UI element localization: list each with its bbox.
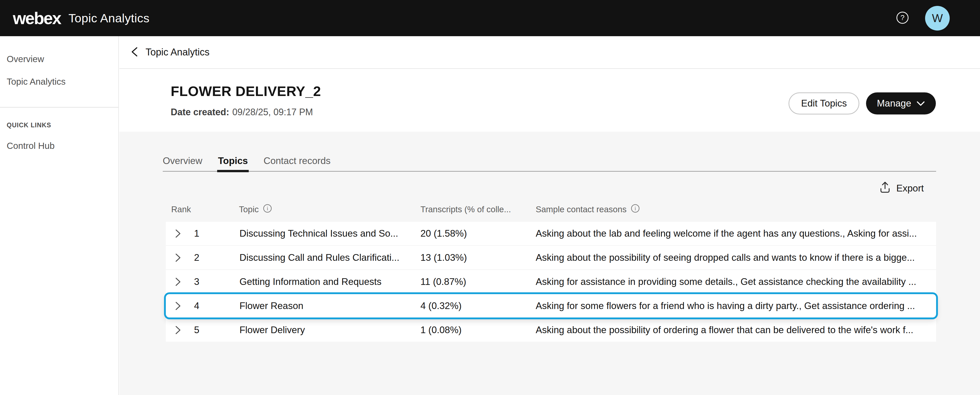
chevron-right-icon[interactable]: [174, 277, 194, 287]
upload-icon: [880, 181, 891, 196]
info-icon[interactable]: i: [263, 204, 272, 215]
rank-cell: 4: [194, 301, 239, 311]
svg-text:i: i: [635, 205, 636, 211]
page-title: FLOWER DELIVERY_2: [171, 83, 321, 99]
table-row-selected[interactable]: 4 Flower Reason 4 (0.32%) Asking for som…: [166, 294, 936, 317]
date-created-label: Date created:: [171, 107, 229, 117]
top-bar: webex Topic Analytics ? W: [0, 0, 980, 36]
sidebar: Overview Topic Analytics QUICK LINKS Con…: [0, 36, 119, 395]
sample-reasons-cell: Asking about the lab and feeling welcome…: [536, 228, 921, 239]
manage-button-label: Manage: [877, 98, 911, 109]
edit-topics-button[interactable]: Edit Topics: [789, 92, 859, 115]
transcripts-cell: 1 (0.08%): [420, 325, 536, 336]
column-header-transcripts-label: Transcripts (% of colle...: [420, 205, 511, 214]
topic-cell: Discussing Call and Rules Clarificati...: [239, 252, 420, 263]
topbar-actions: ? W: [896, 6, 950, 30]
chevron-left-icon: [130, 46, 139, 58]
topic-cell: Flower Reason: [239, 301, 420, 311]
column-header-topic-label: Topic: [239, 205, 259, 214]
sample-reasons-cell: Asking about the possibility of seeing d…: [536, 252, 921, 263]
breadcrumb[interactable]: Topic Analytics: [146, 47, 210, 58]
rank-cell: 1: [194, 228, 239, 239]
table-header: Rank Topic i Transcripts (% of colle... …: [166, 204, 936, 215]
column-header-transcripts: Transcripts (% of colle...: [420, 205, 536, 214]
transcripts-cell: 11 (0.87%): [420, 276, 536, 287]
topic-cell: Discussing Technical Issues and So...: [239, 228, 420, 239]
breadcrumb-bar: Topic Analytics: [119, 36, 980, 69]
transcripts-cell: 4 (0.32%): [420, 301, 536, 311]
sample-reasons-cell: Asking about the possibility of ordering…: [536, 325, 921, 336]
export-label: Export: [896, 183, 924, 194]
header-actions: Edit Topics Manage: [789, 92, 936, 115]
tab-bar: Overview Topics Contact records: [163, 156, 936, 172]
info-icon[interactable]: i: [631, 204, 640, 215]
tab-overview[interactable]: Overview: [163, 156, 202, 171]
sample-reasons-cell: Asking for some flowers for a friend who…: [536, 301, 921, 311]
sample-reasons-cell: Asking for assistance in providing some …: [536, 276, 921, 287]
column-header-sample-reasons: Sample contact reasons i: [536, 204, 936, 215]
topic-cell: Flower Delivery: [239, 325, 420, 336]
page-header: FLOWER DELIVERY_2 Date created:09/28/25,…: [119, 69, 980, 132]
rank-cell: 5: [194, 325, 239, 336]
help-icon: ?: [896, 11, 909, 25]
chevron-right-icon[interactable]: [174, 325, 194, 335]
sidebar-divider: [0, 107, 118, 108]
column-header-rank-label: Rank: [171, 205, 191, 214]
back-button[interactable]: [130, 46, 139, 58]
export-row: Export: [166, 181, 936, 196]
column-header-sample-reasons-label: Sample contact reasons: [536, 205, 627, 214]
svg-text:i: i: [267, 205, 268, 211]
sidebar-item-topic-analytics[interactable]: Topic Analytics: [0, 70, 118, 93]
rank-cell: 2: [194, 252, 239, 263]
svg-text:?: ?: [900, 14, 905, 22]
column-header-topic: Topic i: [239, 204, 420, 215]
avatar[interactable]: W: [925, 6, 950, 30]
table-body: 1 Discussing Technical Issues and So... …: [166, 222, 936, 342]
table-row[interactable]: 3 Getting Information and Requests 11 (0…: [166, 270, 936, 293]
transcripts-cell: 20 (1.58%): [420, 228, 536, 239]
main-content: Topic Analytics FLOWER DELIVERY_2 Date c…: [119, 36, 980, 395]
webex-logo: webex: [13, 8, 61, 28]
chevron-right-icon[interactable]: [174, 253, 194, 263]
chevron-right-icon[interactable]: [174, 301, 194, 311]
sidebar-item-control-hub[interactable]: Control Hub: [0, 134, 118, 157]
date-created-value: 09/28/25, 09:17 PM: [232, 107, 313, 117]
transcripts-cell: 13 (1.03%): [420, 252, 536, 263]
help-button[interactable]: ?: [896, 11, 909, 25]
tab-topics[interactable]: Topics: [218, 156, 248, 171]
sidebar-item-overview[interactable]: Overview: [0, 48, 118, 70]
column-header-rank: Rank: [171, 205, 239, 214]
chevron-right-icon[interactable]: [174, 229, 194, 239]
app-title: Topic Analytics: [68, 11, 150, 25]
manage-button[interactable]: Manage: [866, 92, 936, 115]
topics-table-area: Export Rank Topic i Transcripts (% of co…: [166, 181, 936, 342]
chevron-down-icon: [916, 98, 925, 109]
export-button[interactable]: Export: [880, 181, 924, 196]
tab-contact-records[interactable]: Contact records: [264, 156, 331, 171]
topic-cell: Getting Information and Requests: [239, 276, 420, 287]
table-row[interactable]: 1 Discussing Technical Issues and So... …: [166, 222, 936, 245]
table-row[interactable]: 2 Discussing Call and Rules Clarificati.…: [166, 246, 936, 269]
table-row[interactable]: 5 Flower Delivery 1 (0.08%) Asking about…: [166, 318, 936, 342]
date-created: Date created:09/28/25, 09:17 PM: [171, 107, 313, 118]
quick-links-heading: QUICK LINKS: [0, 121, 118, 129]
rank-cell: 3: [194, 276, 239, 287]
